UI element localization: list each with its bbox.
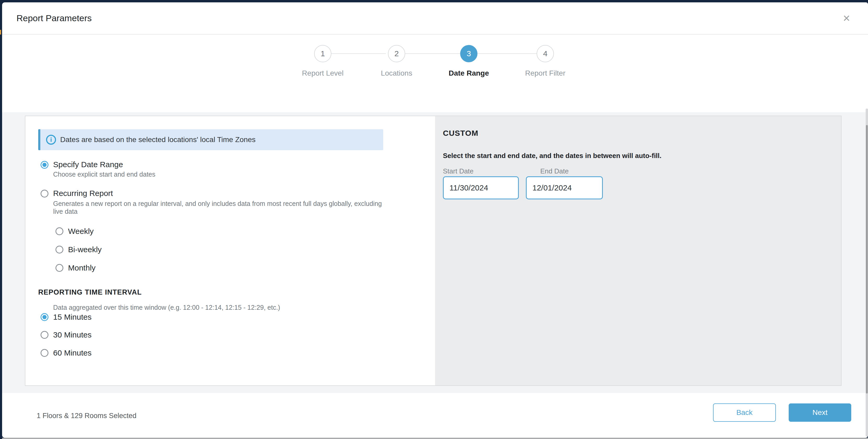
step-locations[interactable]: 2 Locations [360,45,433,77]
end-date-label: End Date [540,167,568,175]
radio-dot [42,163,46,167]
radio-weekly[interactable] [56,227,63,235]
dialog-body: i Dates are based on the selected locati… [2,86,868,395]
close-icon[interactable]: × [838,10,855,26]
label-weekly[interactable]: Weekly [68,227,94,236]
label-recurring-report[interactable]: Recurring Report [53,189,113,198]
back-button[interactable]: Back [713,403,776,422]
radio-dot [42,315,46,319]
radio-specify-date-range[interactable] [40,161,49,169]
interval-description: Data aggregated over this time window (e… [53,303,280,311]
label-30-minutes[interactable]: 30 Minutes [53,330,92,339]
page-title: Report Parameters [17,13,92,23]
step-label-report-level: Report Level [286,69,360,77]
custom-panel-instruction: Select the start and end date, and the d… [443,152,661,160]
desc-specify-date-range: Choose explicit start and end dates [53,170,155,178]
desc-recurring-report: Generates a new report on a regular inte… [53,200,394,215]
horizontal-scrollbar-track[interactable] [2,438,868,439]
radio-monthly[interactable] [56,264,63,272]
label-specify-date-range[interactable]: Specify Date Range [53,160,123,169]
step-label-date-range: Date Range [432,69,505,77]
custom-date-panel: CUSTOM Select the start and end date, an… [435,116,841,385]
end-date-input[interactable] [526,176,603,199]
start-date-input[interactable] [443,176,519,199]
report-parameters-dialog: Report Parameters × 1 Report Level 2 Loc… [2,2,868,438]
date-range-card: i Dates are based on the selected locati… [25,115,842,386]
vertical-scrollbar-thumb[interactable] [866,125,868,394]
label-monthly[interactable]: Monthly [68,264,96,272]
step-report-filter[interactable]: 4 Report Filter [508,45,582,77]
label-bi-weekly[interactable]: Bi-weekly [68,245,101,254]
radio-60-minutes[interactable] [40,349,49,357]
label-60-minutes[interactable]: 60 Minutes [53,348,92,358]
step-date-range[interactable]: 3 Date Range [432,45,505,77]
label-15-minutes[interactable]: 15 Minutes [53,313,92,322]
wizard-stepper: 1 Report Level 2 Locations 3 Date Range … [2,34,868,87]
selection-summary: 1 Floors & 129 Rooms Selected [37,412,136,420]
date-options-panel: i Dates are based on the selected locati… [25,116,435,385]
step-label-report-filter: Report Filter [508,69,582,77]
body-background: i Dates are based on the selected locati… [2,112,868,393]
step-report-level[interactable]: 1 Report Level [286,45,360,77]
start-date-label: Start Date [443,167,473,175]
timezone-info-text: Dates are based on the selected location… [60,136,255,144]
timezone-info-banner: i Dates are based on the selected locati… [38,129,383,150]
radio-bi-weekly[interactable] [56,246,63,254]
custom-panel-heading: CUSTOM [443,129,478,138]
radio-recurring-report[interactable] [40,190,49,198]
dialog-footer: 1 Floors & 129 Rooms Selected Back Next [2,395,868,438]
step-circle-3-active[interactable]: 3 [460,45,477,62]
step-circle-2[interactable]: 2 [388,45,405,62]
step-circle-1[interactable]: 1 [314,45,331,62]
interval-section-heading: REPORTING TIME INTERVAL [38,288,142,296]
step-circle-4[interactable]: 4 [537,45,554,62]
step-label-locations: Locations [360,69,433,77]
radio-15-minutes[interactable] [40,313,49,321]
next-button[interactable]: Next [789,403,851,422]
dialog-header: Report Parameters × [2,2,868,35]
radio-30-minutes[interactable] [40,331,49,339]
background-page-sliver [0,30,1,35]
info-icon: i [46,135,56,145]
